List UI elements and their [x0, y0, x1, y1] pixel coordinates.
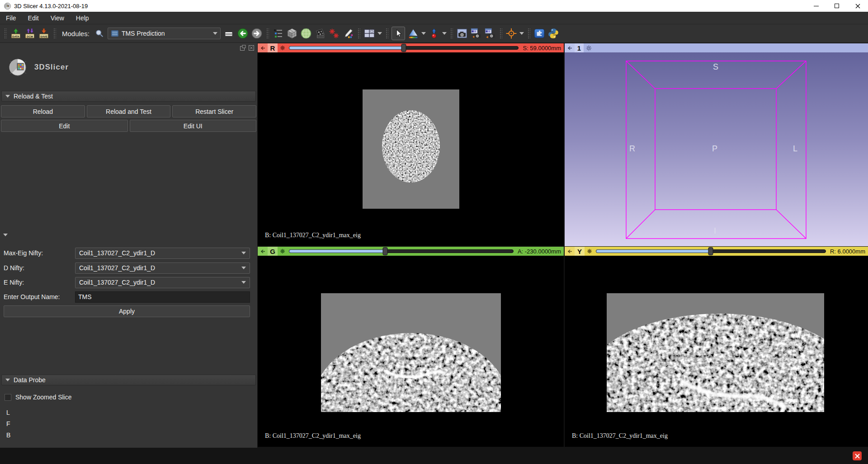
menu-help[interactable]: Help	[70, 13, 95, 23]
collapse-controller-button[interactable]	[258, 247, 268, 256]
e-nifty-combobox[interactable]: Coil1_137027_C2_ydir1_D	[75, 277, 250, 288]
capture-view-icon[interactable]	[470, 28, 482, 39]
toolbar-grip[interactable]	[266, 28, 269, 39]
toolbar-grip[interactable]	[357, 28, 360, 39]
output-name-input[interactable]	[75, 291, 250, 303]
slice-link-pin-icon[interactable]	[278, 43, 288, 52]
green-slice-offset-slider[interactable]	[288, 247, 515, 256]
menu-edit[interactable]: Edit	[22, 13, 45, 23]
green-view-label: G	[268, 247, 278, 256]
window-level-chevron-icon[interactable]	[421, 32, 426, 35]
reload-test-section-header[interactable]: Reload & Test	[1, 91, 256, 102]
collapse-controller-button[interactable]	[258, 43, 268, 52]
toolbar-grip[interactable]	[450, 28, 453, 39]
save-data-icon[interactable]: SAVE	[38, 28, 50, 39]
restart-slicer-button[interactable]: Restart Slicer	[172, 105, 256, 117]
output-name-label: Enter Output Name:	[4, 293, 75, 300]
red-slice-offset-slider[interactable]	[288, 43, 520, 52]
green-slice-controller: G A: -230.0000mm	[258, 247, 564, 256]
coronal-slice-image	[321, 293, 501, 412]
maximize-button[interactable]	[826, 0, 847, 12]
yellow-view-label: Y	[575, 247, 585, 256]
toolbar-grip[interactable]	[53, 28, 56, 39]
load-data-icon[interactable]: DATA	[10, 28, 22, 39]
slicer-logo	[7, 56, 29, 78]
show-zoomed-slice-label: Show Zoomed Slice	[15, 394, 72, 401]
section-title: Data Probe	[14, 376, 46, 384]
place-point-chevron-icon[interactable]	[442, 32, 447, 35]
threed-view: 1 S R P	[565, 43, 868, 246]
module-selected-label: TMS Prediction	[122, 30, 210, 37]
menu-file[interactable]: File	[0, 13, 22, 23]
output-name-row: Enter Output Name:	[4, 291, 250, 303]
max-eig-combobox[interactable]: Coil1_137027_C2_ydir1_D	[75, 248, 250, 259]
threed-canvas[interactable]: S R P L I	[565, 52, 868, 246]
history-forward-icon[interactable]	[251, 28, 263, 39]
module-search-icon[interactable]	[94, 28, 105, 39]
data-probe-section-header[interactable]: Data Probe	[1, 375, 256, 385]
toolbar-grip[interactable]	[499, 28, 502, 39]
slice-link-pin-icon[interactable]	[585, 247, 594, 256]
annotations-pen-icon[interactable]	[342, 28, 354, 39]
yellow-view-caption: B: Coil1_137027_C2_ydir1_max_eig	[572, 432, 668, 440]
toolbar-grip[interactable]	[527, 28, 530, 39]
red-slice-canvas[interactable]: B: Coil1_137027_C2_ydir1_max_eig	[258, 52, 564, 246]
crosshair-icon[interactable]	[505, 28, 517, 39]
apply-button[interactable]: Apply	[4, 305, 250, 317]
close-button[interactable]	[847, 0, 868, 12]
menu-view[interactable]: View	[45, 13, 70, 23]
dcm-import-icon[interactable]: DCM	[24, 28, 36, 39]
reload-and-test-button[interactable]: Reload and Test	[87, 105, 171, 117]
layout-select-icon[interactable]	[363, 28, 375, 39]
maximize-icon	[835, 4, 839, 8]
yellow-slice-canvas[interactable]: B: Coil1_137027_C2_ydir1_max_eig	[565, 256, 868, 447]
capture-view-alt-icon[interactable]	[484, 28, 496, 39]
screenshot-icon[interactable]	[456, 28, 468, 39]
extensions-manager-icon[interactable]	[533, 28, 545, 39]
edit-button[interactable]: Edit	[1, 120, 128, 132]
python-console-icon[interactable]	[547, 28, 559, 39]
svg-text:SAVE: SAVE	[40, 35, 47, 38]
green-slice-canvas[interactable]: B: Coil1_137027_C2_ydir1_max_eig	[258, 256, 564, 447]
edit-ui-button[interactable]: Edit UI	[130, 120, 257, 132]
e-nifty-row: E Nifty: Coil1_137027_C2_ydir1_D	[4, 277, 250, 288]
place-point-icon[interactable]	[428, 28, 440, 39]
show-zoomed-slice-checkbox[interactable]	[5, 394, 11, 401]
transforms-markups-icon[interactable]	[328, 28, 340, 39]
module-selector[interactable]: TMS Prediction	[108, 28, 221, 39]
undock-panel-icon[interactable]	[240, 45, 246, 51]
models-sphere-icon[interactable]	[300, 28, 312, 39]
reload-button[interactable]: Reload	[1, 105, 85, 117]
close-panel-icon[interactable]	[248, 45, 255, 51]
chevron-down-icon	[241, 281, 246, 284]
yellow-slice-offset-value: R: 6.0000mm	[827, 248, 868, 255]
error-log-button[interactable]	[853, 451, 862, 460]
spin-view-icon[interactable]	[584, 43, 594, 52]
d-nifty-combobox[interactable]: Coil1_137027_C2_ydir1_D	[75, 262, 250, 274]
history-back-icon[interactable]	[237, 28, 249, 39]
panel-collapse-icon[interactable]	[3, 234, 8, 236]
module-history-icon[interactable]	[223, 28, 235, 39]
toolbar-grip[interactable]	[385, 28, 388, 39]
svg-text:DATA: DATA	[12, 35, 20, 38]
e-nifty-label: E Nifty:	[4, 279, 75, 286]
minimize-button[interactable]	[806, 0, 826, 12]
toolbar-grip[interactable]	[4, 28, 7, 39]
collapse-arrow-icon	[567, 46, 573, 51]
volume-rendering-cube-icon[interactable]	[286, 28, 298, 39]
collapse-controller-button[interactable]	[565, 247, 575, 256]
mouse-interaction-button[interactable]	[392, 27, 405, 40]
layout-chevron-icon[interactable]	[377, 32, 382, 35]
orientation-inferior: I	[714, 226, 716, 236]
module-header: 3DSlicer	[7, 56, 69, 78]
red-view-label: R	[268, 43, 278, 52]
yellow-slice-offset-slider[interactable]	[594, 247, 827, 256]
slice-link-pin-icon[interactable]	[278, 247, 288, 256]
close-icon	[855, 454, 860, 459]
subject-hierarchy-icon[interactable]	[272, 28, 284, 39]
segmentation-sheet-icon[interactable]	[314, 28, 326, 39]
collapse-controller-button[interactable]	[565, 43, 575, 52]
window-level-icon[interactable]	[407, 28, 419, 39]
module-icon	[111, 29, 119, 37]
crosshair-chevron-icon[interactable]	[519, 32, 524, 35]
